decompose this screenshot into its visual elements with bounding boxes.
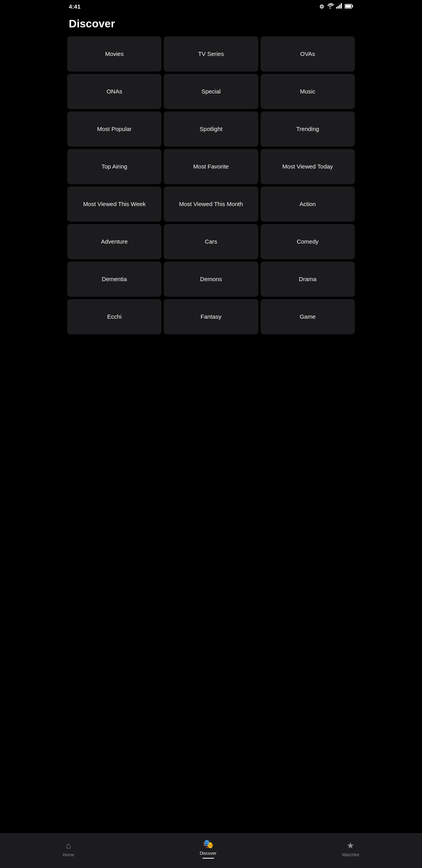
nav-item-home[interactable]: ⌂Home	[63, 839, 82, 859]
grid-item-label-cars: Cars	[205, 238, 217, 246]
category-grid: MoviesTV SeriesOVAsONAsSpecialMusicMost …	[63, 36, 359, 366]
grid-item-label-ecchi: Ecchi	[107, 313, 122, 321]
grid-item-label-trending: Trending	[296, 125, 319, 133]
grid-item-label-special: Special	[201, 88, 220, 95]
grid-item-label-tv-series: TV Series	[198, 50, 224, 58]
svg-rect-5	[352, 5, 353, 7]
grid-item-label-movies: Movies	[105, 50, 124, 58]
grid-item-most-popular[interactable]: Most Popular	[67, 111, 161, 147]
grid-item-label-most-popular: Most Popular	[97, 125, 131, 133]
nav-label-discover: Discover	[200, 851, 216, 855]
nav-icon-home: ⌂	[66, 841, 71, 851]
grid-item-fantasy[interactable]: Fantasy	[164, 299, 258, 334]
grid-item-game[interactable]: Game	[261, 299, 355, 334]
grid-item-trending[interactable]: Trending	[261, 111, 355, 147]
page-title: Discover	[63, 13, 359, 36]
nav-label-home: Home	[63, 852, 74, 857]
grid-item-special[interactable]: Special	[164, 74, 258, 109]
grid-item-onas[interactable]: ONAs	[67, 74, 161, 109]
nav-icon-discover: 🎭	[203, 839, 213, 849]
grid-item-label-most-viewed-month: Most Viewed This Month	[179, 200, 243, 208]
grid-item-label-most-favorite: Most Favorite	[193, 163, 229, 170]
grid-item-label-ovas: OVAs	[300, 50, 315, 58]
grid-item-label-comedy: Comedy	[297, 238, 318, 246]
grid-item-label-fantasy: Fantasy	[200, 313, 221, 321]
grid-item-drama[interactable]: Drama	[261, 262, 355, 297]
signal-icon	[336, 3, 342, 10]
grid-item-cars[interactable]: Cars	[164, 224, 258, 259]
grid-item-most-viewed-week[interactable]: Most Viewed This Week	[67, 187, 161, 222]
grid-item-most-viewed-month[interactable]: Most Viewed This Month	[164, 187, 258, 222]
grid-item-label-music: Music	[300, 88, 315, 95]
grid-item-label-spotlight: Spotlight	[200, 125, 222, 133]
grid-item-label-drama: Drama	[299, 275, 316, 283]
grid-item-action[interactable]: Action	[261, 187, 355, 222]
grid-item-adventure[interactable]: Adventure	[67, 224, 161, 259]
grid-item-top-airing[interactable]: Top Airing	[67, 149, 161, 184]
grid-item-label-demons: Demons	[200, 275, 222, 283]
grid-item-music[interactable]: Music	[261, 74, 355, 109]
grid-item-dementia[interactable]: Dementia	[67, 262, 161, 297]
grid-item-most-viewed-today[interactable]: Most Viewed Today	[261, 149, 355, 184]
grid-item-label-game: Game	[300, 313, 316, 321]
nav-item-watchlist[interactable]: ★Watchlist	[334, 839, 359, 859]
grid-item-label-onas: ONAs	[107, 88, 122, 95]
nav-icon-watchlist: ★	[347, 841, 354, 851]
svg-rect-2	[339, 5, 340, 9]
grid-item-label-most-viewed-week: Most Viewed This Week	[83, 200, 146, 208]
grid-item-label-adventure: Adventure	[101, 238, 127, 246]
settings-icon: ⚙	[319, 4, 324, 10]
grid-item-label-action: Action	[299, 200, 316, 208]
battery-icon	[345, 4, 353, 10]
grid-item-ovas[interactable]: OVAs	[261, 36, 355, 72]
grid-item-tv-series[interactable]: TV Series	[164, 36, 258, 72]
svg-rect-6	[345, 5, 351, 7]
nav-label-watchlist: Watchlist	[342, 852, 359, 857]
status-icons: ⚙	[319, 3, 353, 10]
bottom-nav: ⌂Home🎭Discover★Watchlist	[63, 833, 359, 868]
nav-item-discover[interactable]: 🎭Discover	[192, 838, 224, 860]
grid-item-label-top-airing: Top Airing	[102, 163, 127, 170]
grid-item-most-favorite[interactable]: Most Favorite	[164, 149, 258, 184]
grid-item-comedy[interactable]: Comedy	[261, 224, 355, 259]
status-bar: 4:41 ⚙	[63, 0, 359, 13]
status-time: 4:41	[69, 3, 80, 10]
grid-item-label-most-viewed-today: Most Viewed Today	[283, 163, 333, 170]
grid-item-demons[interactable]: Demons	[164, 262, 258, 297]
svg-rect-3	[341, 3, 342, 9]
grid-item-movies[interactable]: Movies	[67, 36, 161, 72]
nav-underline-discover	[202, 858, 214, 859]
grid-item-spotlight[interactable]: Spotlight	[164, 111, 258, 147]
wifi-icon	[327, 3, 334, 10]
svg-rect-1	[338, 6, 339, 9]
grid-item-label-dementia: Dementia	[102, 275, 127, 283]
grid-item-ecchi[interactable]: Ecchi	[67, 299, 161, 334]
svg-rect-0	[336, 7, 337, 9]
